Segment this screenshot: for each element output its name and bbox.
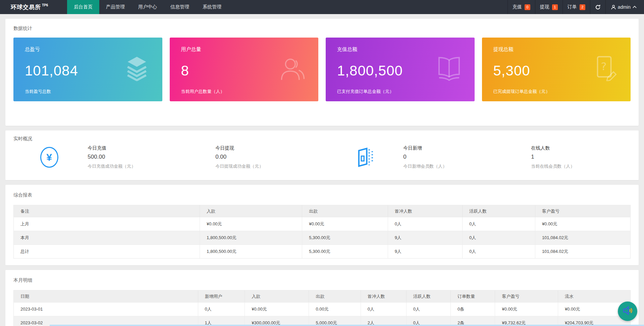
card-label: 用户总量 <box>181 46 307 53</box>
open-book-icon <box>436 54 463 83</box>
table-cell: 0人 <box>463 231 535 245</box>
table-row[interactable]: 上月¥0.00元¥0.00元0人0人¥0.00元 <box>14 217 630 231</box>
column-header: 活跃人数 <box>463 205 535 217</box>
nav-item-dashboard[interactable]: 后台首页 <box>67 0 99 14</box>
withdraw-label: 提现 <box>540 4 549 10</box>
header-spacer <box>228 0 507 14</box>
card-label: 总盈亏 <box>25 46 151 53</box>
table-header-row: 备注入款出款首冲人数活跃人数客户盈亏 <box>14 205 630 217</box>
table-row[interactable]: 本月1,800,500.00元5,300.00元9人0人101,084.02元 <box>14 231 630 245</box>
svg-text:?: ? <box>601 60 607 73</box>
summary-report-panel: 综合报表 备注入款出款首冲人数活跃人数客户盈亏上月¥0.00元¥0.00元0人0… <box>5 185 639 265</box>
column-header: 新增用户 <box>198 290 245 302</box>
month-detail-table: 日期新增用户入款出款首冲人数活跃人数订单数量客户盈亏流水2023-03-010人… <box>13 290 631 326</box>
table-cell: 0人 <box>198 303 245 316</box>
table-cell: ¥0.00元 <box>245 303 309 316</box>
nav-item-system[interactable]: 系统管理 <box>196 0 228 14</box>
card-label: 提现总额 <box>493 46 620 53</box>
stat-label: 今日充值 <box>88 145 187 151</box>
card-subtitle: 当前盈亏总数 <box>25 89 151 95</box>
chevron-up-icon <box>633 6 637 8</box>
table-cell: ¥0.00元 <box>495 303 558 316</box>
table-cell: 5,300.00元 <box>302 231 388 245</box>
table-row[interactable]: 2023-03-010人¥0.00元0.00元0人0人0条¥0.00元¥0.00… <box>14 302 630 316</box>
stats-section-title: 数据统计 <box>13 25 631 32</box>
total-users-card[interactable]: 用户总量 8 当前用户总数量（人） <box>170 38 319 101</box>
recharge-count-badge: 0 <box>525 4 530 10</box>
column-header: 首冲人数 <box>388 205 463 217</box>
top-bar: 环球交易所 TP6 后台首页 产品管理 用户中心 信息管理 系统管理 充值 0 … <box>0 0 644 14</box>
refresh-button[interactable] <box>590 0 605 14</box>
online-members-stat: 在线人数 1 当前在线会员数（人） <box>531 145 631 169</box>
table-cell: 101,084.02元 <box>535 231 630 245</box>
username: admin <box>618 4 631 10</box>
app-logo[interactable]: 环球交易所 TP6 <box>0 0 67 14</box>
stat-cards: 总盈亏 101,084 当前盈亏总数 用户总量 8 当前用户总数量（人） <box>13 38 631 101</box>
stat-label: 今日新增 <box>403 145 503 151</box>
nav-item-users[interactable]: 用户中心 <box>131 0 164 14</box>
total-profit-card[interactable]: 总盈亏 101,084 当前盈亏总数 <box>13 38 162 101</box>
stat-subtitle: 今日新增会员数（人） <box>403 163 503 169</box>
column-header: 出款 <box>302 205 388 217</box>
table-cell: 0条 <box>451 303 495 316</box>
realtime-row: ¥ 今日充值 500.00 今日充值成功金额（元） 今日提现 0.00 今日提现… <box>13 145 631 169</box>
header-right: 充值 0 提现 1 订单 2 admin <box>507 0 644 14</box>
orders-shortcut[interactable]: 订单 2 <box>562 0 590 14</box>
column-header: 首冲人数 <box>361 290 407 302</box>
stat-value: 0 <box>403 154 503 160</box>
total-withdraw-card[interactable]: 提现总额 5,300 已完成提现订单总金额（元） ? <box>482 38 631 101</box>
table-header-row: 日期新增用户入款出款首冲人数活跃人数订单数量客户盈亏流水 <box>14 290 630 302</box>
table-cell: 0.00元 <box>309 303 361 316</box>
table-cell: 本月 <box>14 231 200 245</box>
card-subtitle: 已完成提现订单总金额（元） <box>493 89 620 95</box>
today-withdraw-stat: 今日提现 0.00 今日提现成功金额（元） <box>215 145 315 169</box>
today-new-members-stat: 今日新增 0 今日新增会员数（人） <box>403 145 503 169</box>
withdraw-shortcut[interactable]: 提现 1 <box>535 0 562 14</box>
card-label: 充值总额 <box>337 46 463 53</box>
layers-icon <box>123 54 150 83</box>
stat-value: 500.00 <box>88 154 187 160</box>
table-cell: 5,300.00元 <box>302 245 388 258</box>
column-header: 订单数量 <box>451 290 495 302</box>
orders-count-badge: 2 <box>580 4 585 10</box>
table-cell: ¥0.00元 <box>535 217 630 231</box>
orders-label: 订单 <box>568 4 577 10</box>
app-version-tag: TP6 <box>42 3 48 7</box>
column-header: 入款 <box>245 290 309 302</box>
table-cell: ¥0.00元 <box>302 217 388 231</box>
table-cell: 0人 <box>407 303 451 316</box>
stat-value: 0.00 <box>215 154 315 160</box>
table-cell: 0人 <box>388 217 463 231</box>
nav-item-products[interactable]: 产品管理 <box>99 0 131 14</box>
user-menu[interactable]: admin <box>605 0 644 14</box>
recharge-label: 充值 <box>513 4 522 10</box>
stat-subtitle: 今日充值成功金额（元） <box>88 163 187 169</box>
realtime-section-title: 实时概况 <box>13 136 631 142</box>
column-header: 入款 <box>200 205 302 217</box>
dashboard-content: 数据统计 总盈亏 101,084 当前盈亏总数 用户总量 8 当 <box>0 14 644 326</box>
table-cell: 2023-03-01 <box>14 303 198 316</box>
summary-report-table: 备注入款出款首冲人数活跃人数客户盈亏上月¥0.00元¥0.00元0人0人¥0.0… <box>13 205 631 259</box>
users-icon <box>278 53 306 83</box>
nav-item-information[interactable]: 信息管理 <box>164 0 196 14</box>
table-cell: 1,800,500.00元 <box>200 245 302 258</box>
table-cell: 0人 <box>361 303 407 316</box>
table-row[interactable]: 总计1,800,500.00元5,300.00元9人0人101,084.02元 <box>14 245 630 258</box>
card-subtitle: 已支付充值订单总金额（元） <box>337 89 463 95</box>
recharge-shortcut[interactable]: 充值 0 <box>507 0 535 14</box>
table-cell: ¥0.00元 <box>200 217 302 231</box>
user-icon <box>611 5 616 10</box>
card-subtitle: 当前用户总数量（人） <box>181 89 307 95</box>
speaker-icon <box>622 305 633 318</box>
yuan-circle-icon: ¥ <box>39 146 59 168</box>
doc-question-icon: ? <box>592 54 619 83</box>
stat-subtitle: 当前在线会员数（人） <box>531 163 631 169</box>
total-recharge-card[interactable]: 充值总额 1,800,500 已支付充值订单总金额（元） <box>326 38 475 101</box>
withdraw-count-badge: 1 <box>552 4 558 10</box>
stat-subtitle: 今日提现成功金额（元） <box>215 163 315 169</box>
floating-audio-button[interactable] <box>618 302 637 321</box>
realtime-panel: 实时概况 ¥ 今日充值 500.00 今日充值成功金额（元） 今日提现 0.00… <box>5 130 639 180</box>
column-header: 备注 <box>14 205 200 217</box>
bottom-scrollbar-strip[interactable] <box>50 325 644 326</box>
stat-label: 在线人数 <box>531 145 631 151</box>
